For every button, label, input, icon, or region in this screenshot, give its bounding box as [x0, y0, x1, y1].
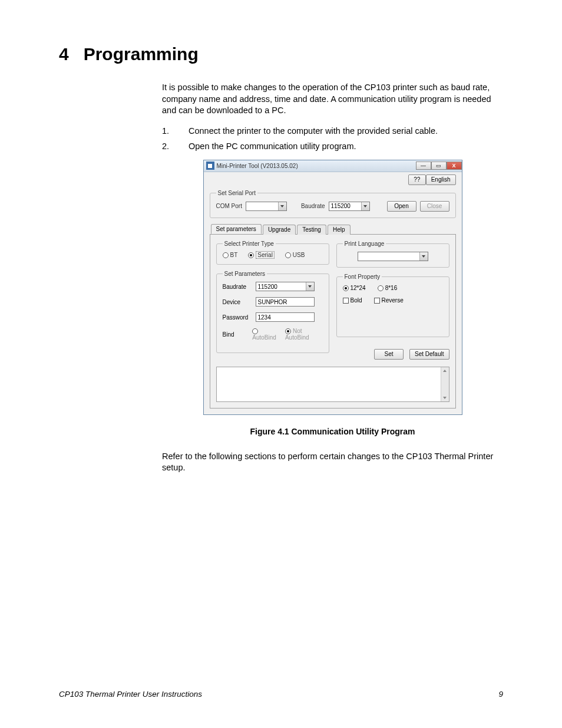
com-port-label: COM Port: [216, 203, 242, 209]
chevron-down-icon[interactable]: [278, 202, 286, 210]
param-baud-label: Baudrate: [223, 284, 251, 290]
chapter-number: 4: [59, 44, 69, 64]
tab-upgrade[interactable]: Upgrade: [263, 225, 296, 235]
radio-notautobind: Not AutoBind: [285, 328, 323, 341]
radio-12x24[interactable]: 12*24: [343, 285, 366, 291]
tab-bar: Set parameters Upgrade Testing Help: [210, 224, 456, 235]
chevron-down-icon[interactable]: [419, 252, 428, 261]
chapter-heading: 4 Programming: [59, 44, 503, 64]
radio-usb[interactable]: USB: [285, 252, 305, 258]
chapter-title: Programming: [84, 44, 199, 64]
step-number: 2.: [162, 141, 171, 151]
print-language-group: Print Language: [336, 241, 449, 268]
serial-port-group: Set Serial Port COM Port Baudrate 115200: [210, 190, 456, 218]
font-legend: Font Property: [343, 274, 382, 280]
titlebar[interactable]: Mini-Printer Tool (V2013.05.02) — ▭ X: [204, 160, 462, 172]
print-lang-select[interactable]: [358, 252, 428, 261]
baudrate-label: Baudrate: [301, 203, 325, 209]
footer-title: CP103 Thermal Printer User Instructions: [59, 690, 202, 699]
baudrate-select[interactable]: 115200: [329, 202, 370, 211]
param-bind-label: Bind: [223, 331, 248, 338]
page-number: 9: [498, 690, 503, 699]
step-number: 1.: [162, 126, 171, 136]
scroll-down-icon[interactable]: [441, 394, 448, 401]
serial-legend: Set Serial Port: [216, 190, 257, 196]
radio-bt[interactable]: BT: [223, 252, 238, 258]
device-input[interactable]: SUNPHOR: [256, 297, 315, 307]
font-property-group: Font Property 12*24 8*16 Bold Reverse: [336, 274, 449, 337]
outro-paragraph: Refer to the following sections to perfo…: [162, 451, 503, 474]
param-baud-select[interactable]: 115200: [256, 282, 315, 291]
printer-type-legend: Select Printer Type: [223, 241, 276, 247]
com-port-select[interactable]: [246, 202, 287, 211]
tab-testing[interactable]: Testing: [297, 225, 326, 235]
check-bold[interactable]: Bold: [343, 297, 362, 304]
app-window: Mini-Printer Tool (V2013.05.02) — ▭ X ??…: [203, 160, 462, 415]
param-device-label: Device: [223, 299, 251, 305]
chevron-down-icon[interactable]: [306, 282, 314, 291]
check-reverse[interactable]: Reverse: [374, 297, 404, 304]
radio-serial[interactable]: Serial: [248, 252, 275, 258]
log-textarea[interactable]: [216, 367, 449, 402]
scrollbar[interactable]: [441, 367, 449, 401]
figure-caption: Figure 4.1 Communication Utility Program: [162, 427, 503, 436]
chevron-down-icon[interactable]: [361, 202, 369, 210]
step-text: Open the PC communication utility progra…: [189, 141, 356, 151]
step-text: Connect the printer to the computer with…: [189, 126, 438, 136]
close-button[interactable]: X: [447, 162, 462, 170]
step-list: 1. Connect the printer to the computer w…: [162, 126, 503, 151]
minimize-button[interactable]: —: [416, 162, 431, 170]
open-button[interactable]: Open: [387, 201, 416, 212]
param-password-label: Password: [223, 314, 251, 321]
radio-autobind: AutoBind: [252, 328, 280, 341]
tab-help[interactable]: Help: [328, 225, 351, 235]
tab-set-parameters[interactable]: Set parameters: [211, 224, 262, 234]
set-parameters-group: Set Parameters Baudrate 115200 Dev: [216, 271, 329, 353]
list-item: 1. Connect the printer to the computer w…: [162, 126, 503, 136]
scroll-up-icon[interactable]: [441, 367, 448, 374]
list-item: 2. Open the PC communication utility pro…: [162, 141, 503, 151]
password-input[interactable]: 1234: [256, 312, 315, 322]
print-lang-legend: Print Language: [343, 241, 386, 247]
tab-panel: Select Printer Type BT Serial USB Set Pa…: [210, 234, 456, 409]
radio-8x16[interactable]: 8*16: [378, 285, 398, 291]
intro-paragraph: It is possible to make changes to the op…: [162, 82, 503, 117]
language-button[interactable]: English: [426, 174, 456, 185]
close-port-button: Close: [420, 201, 449, 212]
set-params-legend: Set Parameters: [223, 271, 267, 277]
set-default-button[interactable]: Set Default: [409, 349, 449, 360]
set-button[interactable]: Set: [374, 349, 404, 360]
printer-type-group: Select Printer Type BT Serial USB: [216, 241, 329, 265]
page-footer: CP103 Thermal Printer User Instructions …: [59, 690, 503, 699]
help-button[interactable]: ??: [408, 174, 426, 185]
window-title: Mini-Printer Tool (V2013.05.02): [217, 163, 416, 169]
app-icon: [206, 162, 214, 170]
maximize-button[interactable]: ▭: [431, 162, 447, 170]
